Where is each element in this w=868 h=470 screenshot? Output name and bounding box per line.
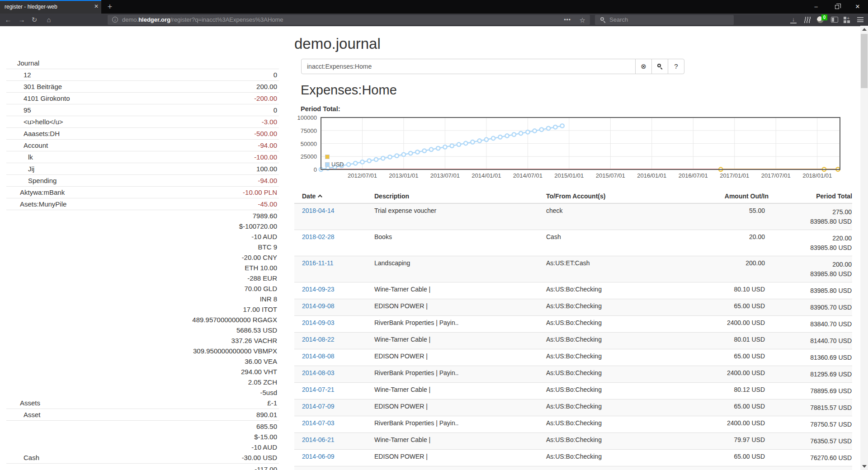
sidebar-account-row[interactable]: Spending-94.00 <box>6 174 279 186</box>
sidebar-account-row[interactable]: Aaasets:DH-500.00 <box>6 127 279 139</box>
transaction-account: As:US:Bo:Checking <box>546 366 687 383</box>
scrollbar-up-icon[interactable] <box>862 28 867 31</box>
transaction-date-link[interactable]: 2014-06-09 <box>302 453 335 460</box>
sidebar-account-row[interactable]: -117.00 <box>6 463 279 470</box>
search-input[interactable] <box>301 59 636 74</box>
account-name[interactable]: Asets:MunyPile <box>6 199 66 209</box>
sidebar-account-row[interactable]: 4101 Girokonto-200.00 <box>6 92 279 104</box>
account-name[interactable]: Assets <box>6 398 40 408</box>
transaction-date-link[interactable]: 2016-11-11 <box>302 259 334 267</box>
transaction-date-link[interactable]: 2014-08-08 <box>302 352 335 360</box>
column-header-date[interactable]: Date <box>294 189 374 203</box>
sidebar-account-row[interactable]: Aktywa:mBank-10.00 PLN <box>6 186 279 198</box>
transaction-amount: 2400.00 USD <box>687 316 769 333</box>
transaction-amount: 80.01 USD <box>687 333 769 349</box>
account-name[interactable]: 4101 Girokonto <box>6 93 70 103</box>
search-button[interactable] <box>651 59 668 74</box>
svg-text:2015/01/01: 2015/01/01 <box>554 172 584 179</box>
sidebar-account-row[interactable]: Asets:MunyPile-45.00 <box>6 198 279 210</box>
scrollbar-thumb[interactable] <box>861 34 868 88</box>
page-actions-icon[interactable]: ••• <box>564 15 571 25</box>
sidebar-account-row[interactable]: Asset890.01 <box>6 409 279 420</box>
balance-amount: $-100720.00 <box>192 221 277 231</box>
transaction-description: RiverBank Properties | Payin.. <box>374 416 546 433</box>
reload-icon[interactable]: ↻ <box>29 15 40 25</box>
svg-text:75000: 75000 <box>301 127 317 134</box>
register-table: Date Description To/From Account(s) Amou… <box>294 189 852 470</box>
transaction-date-link[interactable]: 2014-09-03 <box>302 319 335 326</box>
transaction-date-link[interactable]: 2014-08-22 <box>302 336 335 343</box>
account-name[interactable]: 301 Beiträge <box>6 81 62 92</box>
sidebar-account-row[interactable]: <u>hello</u>-3.00 <box>6 116 279 127</box>
browser-navbar: ← → ↻ ⌂ i demo.hledger.org/register?q=in… <box>0 14 868 26</box>
bookmark-star-icon[interactable]: ☆ <box>580 15 585 25</box>
period-total: 83985.80 USD <box>769 282 852 299</box>
period-total: 81440.70 USD <box>769 333 852 349</box>
svg-text:2017/01/01: 2017/01/01 <box>720 172 749 179</box>
transaction-date-link[interactable]: 2018-04-14 <box>302 207 335 214</box>
account-name[interactable]: <u>hello</u> <box>6 117 63 127</box>
browser-search-bar[interactable]: Search <box>595 15 734 25</box>
account-name[interactable]: Spending <box>6 175 57 186</box>
account-name[interactable]: 95 <box>6 105 31 115</box>
transaction-date-link[interactable]: 2014-09-23 <box>302 286 335 293</box>
app-root: register - hledger-web ✕ + – ✕ ← → ↻ ⌂ i… <box>0 0 868 470</box>
window-close-button[interactable]: ✕ <box>847 0 868 14</box>
home-icon[interactable]: ⌂ <box>43 15 54 25</box>
account-balance: -94.00 <box>258 140 277 150</box>
sidebar-account-row[interactable]: Account-94.00 <box>6 139 279 151</box>
sidebar-account-row[interactable]: 950 <box>6 104 279 116</box>
library-icon[interactable] <box>804 17 812 23</box>
page-scrollbar[interactable] <box>860 26 868 470</box>
sidebar-account-row[interactable]: 301 Beiträge200.00 <box>6 80 279 92</box>
sidebar-account-row[interactable]: lk-100.00 <box>6 151 279 163</box>
forward-icon[interactable]: → <box>16 15 27 25</box>
period-total: 76205.60 USD <box>769 466 852 470</box>
site-info-icon[interactable]: i <box>112 17 118 23</box>
transaction-description: EDISON POWER | <box>374 450 546 466</box>
transaction-date-link[interactable]: 2014-07-03 <box>302 419 335 427</box>
transaction-date-link[interactable]: 2014-09-08 <box>302 302 335 310</box>
window-restore-button[interactable] <box>826 0 847 14</box>
menu-icon[interactable] <box>857 17 863 22</box>
back-icon[interactable]: ← <box>3 15 14 25</box>
transaction-amount: 65.00 USD <box>687 349 769 366</box>
transaction-date-link[interactable]: 2014-07-09 <box>302 403 335 410</box>
svg-text:2016/01/01: 2016/01/01 <box>637 172 666 179</box>
account-name[interactable]: 12 <box>6 70 31 80</box>
transaction-date-link[interactable]: 2014-07-21 <box>302 386 335 393</box>
sidebar-account-row[interactable]: Cash685.50$-15.00-10 AUD-30.00 USD <box>6 420 279 463</box>
transaction-date-link[interactable]: 2014-08-03 <box>302 369 335 376</box>
sidebar-journal-link[interactable]: Journal <box>6 58 279 69</box>
browser-tab-active[interactable]: register - hledger-web ✕ <box>0 0 101 14</box>
sidebar-account-row[interactable]: Assets7989.60$-100720.00-10 AUDBTC 9-20.… <box>6 210 279 409</box>
url-text: demo.hledger.org/register?q=inacct%3AExp… <box>122 16 283 23</box>
balance-amount: -10 AUD <box>242 442 277 452</box>
new-tab-button[interactable]: + <box>104 1 116 13</box>
clear-search-button[interactable]: ⊗ <box>635 59 652 74</box>
transaction-date-link[interactable]: 2014-06-21 <box>302 436 335 443</box>
downloads-icon[interactable]: ↓ <box>790 16 797 24</box>
account-name[interactable]: Aaasets:DH <box>6 128 60 139</box>
scrollbar-down-icon[interactable] <box>862 465 867 468</box>
sidebar-account-row[interactable]: Jij100.00 <box>6 163 279 174</box>
transaction-date-link[interactable]: 2018-02-28 <box>302 233 335 240</box>
url-bar[interactable]: i demo.hledger.org/register?q=inacct%3AE… <box>108 15 590 25</box>
account-name[interactable]: lk <box>6 152 33 162</box>
period-total-line: 83985.80 USD <box>769 217 852 226</box>
help-button[interactable]: ? <box>668 59 684 74</box>
tab-close-icon[interactable]: ✕ <box>94 3 99 9</box>
account-name[interactable]: Aktywa:mBank <box>6 187 65 197</box>
sidebar-account-row[interactable]: 120 <box>6 69 279 80</box>
account-name[interactable]: Cash <box>6 452 39 463</box>
transaction-account: As:US:ET:Cash <box>546 256 687 282</box>
account-name[interactable]: Asset <box>6 409 41 420</box>
sidebar-toggle-icon[interactable] <box>831 17 838 23</box>
account-name[interactable]: Jij <box>6 164 34 174</box>
window-minimize-button[interactable]: – <box>806 0 826 14</box>
account-balance: 890.01 <box>256 409 277 420</box>
apps-grid-icon[interactable]: + <box>844 17 850 23</box>
legend-entry: USD <box>325 160 344 168</box>
period-total-line: 81360.69 USD <box>769 353 852 362</box>
account-name[interactable]: Account <box>6 140 48 150</box>
